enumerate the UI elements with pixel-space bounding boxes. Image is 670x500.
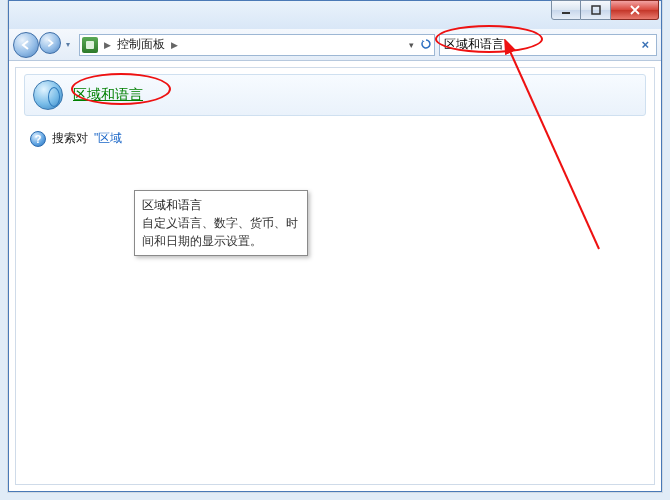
subline-prefix: 搜索对 xyxy=(52,130,88,147)
search-subline: ? 搜索对 "区域 xyxy=(30,130,654,147)
tooltip-body: 自定义语言、数字、货币、时间和日期的显示设置。 xyxy=(142,214,300,250)
search-box[interactable]: 区域和语言 × xyxy=(439,34,657,56)
globe-clock-icon xyxy=(33,80,63,110)
maximize-button[interactable] xyxy=(581,0,611,20)
forward-button[interactable] xyxy=(39,32,61,54)
svg-rect-1 xyxy=(592,6,600,14)
subline-quoted: "区域 xyxy=(94,130,122,147)
breadcrumb-location[interactable]: 控制面板 xyxy=(117,36,165,53)
region-language-link[interactable]: 区域和语言 xyxy=(73,86,143,104)
arrow-right-icon xyxy=(45,38,55,48)
control-panel-icon xyxy=(82,37,98,53)
tooltip-title: 区域和语言 xyxy=(142,196,300,214)
breadcrumb-sep: ▶ xyxy=(169,40,180,50)
close-icon xyxy=(630,5,640,15)
svg-rect-0 xyxy=(562,12,570,14)
address-bar[interactable]: ▶ 控制面板 ▶ ▾ xyxy=(79,34,435,56)
refresh-icon xyxy=(420,38,432,50)
minimize-button[interactable] xyxy=(551,0,581,20)
search-query: 区域和语言 xyxy=(444,36,638,53)
maximize-icon xyxy=(591,5,601,15)
nav-history-dropdown[interactable]: ▾ xyxy=(61,32,75,58)
breadcrumb-sep: ▶ xyxy=(102,40,113,50)
tooltip: 区域和语言 自定义语言、数字、货币、时间和日期的显示设置。 xyxy=(134,190,308,256)
close-button[interactable] xyxy=(611,0,659,20)
arrow-left-icon xyxy=(20,39,32,51)
address-dropdown[interactable]: ▾ xyxy=(409,40,414,50)
refresh-button[interactable] xyxy=(420,38,432,52)
clear-search-button[interactable]: × xyxy=(638,37,652,52)
search-result-row: 区域和语言 xyxy=(24,74,646,116)
back-button[interactable] xyxy=(13,32,39,58)
minimize-icon xyxy=(561,5,571,15)
help-icon: ? xyxy=(30,131,46,147)
content-pane: 区域和语言 ? 搜索对 "区域 区域和语言 自定义语言、数字、货币、时间和日期的… xyxy=(15,67,655,485)
